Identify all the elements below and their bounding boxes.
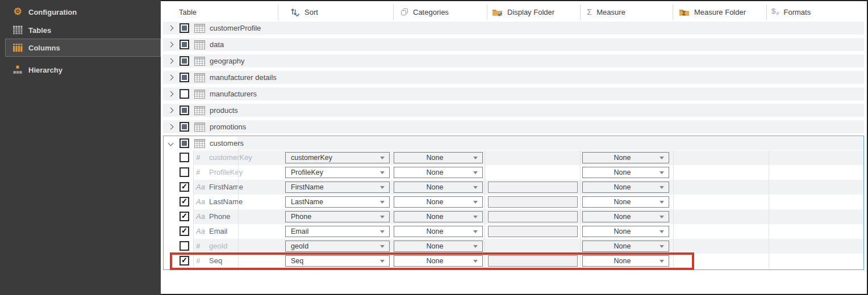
display-folder-input[interactable] [488, 196, 578, 208]
display-folder-input[interactable] [488, 226, 578, 237]
header-divider [673, 5, 673, 20]
display-folder-input[interactable] [488, 211, 578, 222]
categories-dropdown[interactable]: None [394, 226, 483, 237]
measure-dropdown-value: None [591, 197, 654, 207]
table-row-customerprofile[interactable]: customerProfile [163, 22, 864, 35]
categories-dropdown[interactable]: None [394, 211, 483, 222]
column-checkbox[interactable] [180, 182, 189, 192]
sort-dropdown[interactable]: Seq [285, 255, 390, 267]
table-row-data[interactable]: data [163, 38, 864, 51]
table-row-manufacturer-details[interactable]: manufacturer details [163, 71, 864, 84]
column-header-measure-folder: ΣMeasure Folder [679, 5, 746, 19]
table-checkbox[interactable] [180, 23, 189, 33]
formats-icon: $# [771, 7, 779, 18]
table-row-manufacturers[interactable]: manufacturers [163, 87, 864, 100]
dropdown-arrow-icon [380, 186, 385, 189]
expand-chevron-icon[interactable] [168, 108, 174, 113]
dropdown-arrow-icon [380, 216, 385, 218]
measure-dropdown[interactable]: None [582, 241, 669, 252]
sidebar: ⚙ConfigurationTablesColumnsHierarchy [0, 0, 161, 295]
expand-chevron-icon[interactable] [168, 26, 174, 31]
sort-dropdown-value: FirstName [291, 182, 375, 192]
display-folder-input[interactable] [488, 182, 578, 193]
display-folder-input[interactable] [488, 255, 578, 267]
expand-chevron-icon[interactable] [168, 75, 174, 81]
sort-dropdown[interactable]: LastName [285, 196, 390, 208]
dropdown-arrow-icon [660, 157, 664, 159]
sort-dropdown[interactable]: ProfileKey [285, 167, 390, 178]
sort-dropdown[interactable]: FirstName [285, 182, 390, 193]
sidebar-item-columns[interactable]: Columns [5, 39, 161, 57]
table-checkbox[interactable] [180, 106, 189, 115]
categories-dropdown[interactable]: None [394, 241, 483, 252]
categories-dropdown[interactable]: None [394, 167, 483, 178]
sort-dropdown[interactable]: Phone [285, 211, 390, 222]
measure-dropdown[interactable]: None [582, 226, 669, 237]
column-row-lastname[interactable]: AaLastNameLastNameNoneNone [163, 195, 864, 209]
dropdown-arrow-icon [473, 245, 478, 248]
gear-icon: ⚙ [11, 7, 24, 17]
table-checkbox[interactable] [180, 40, 189, 49]
header-divider [487, 5, 487, 20]
measure-dropdown[interactable]: None [582, 152, 669, 163]
categories-dropdown-value: None [402, 197, 468, 207]
table-row-products[interactable]: products [163, 104, 864, 117]
display-folder-icon [492, 8, 503, 16]
table-row-customers[interactable]: customers [163, 137, 864, 150]
sort-dropdown[interactable]: geoId [285, 241, 390, 252]
column-checkbox[interactable] [180, 241, 189, 251]
dropdown-arrow-icon [473, 201, 478, 204]
measure-dropdown[interactable]: None [582, 211, 669, 222]
table-checkbox[interactable] [180, 89, 189, 99]
expand-chevron-icon[interactable] [168, 58, 174, 64]
measure-dropdown[interactable]: None [582, 255, 669, 267]
table-checkbox[interactable] [180, 56, 189, 66]
column-checkbox[interactable] [180, 167, 189, 177]
column-name: geoId [209, 239, 228, 254]
table-name: products [210, 106, 238, 115]
header-divider [393, 5, 394, 20]
sidebar-item-label: Tables [28, 26, 51, 35]
expand-chevron-icon[interactable] [168, 91, 174, 97]
column-row-seq[interactable]: #SeqSeqNoneNone [163, 254, 864, 268]
column-row-phone[interactable]: AaPhonePhoneNoneNone [163, 209, 864, 224]
table-icon [194, 24, 205, 33]
table-row-geography[interactable]: geography [163, 54, 864, 68]
measure-dropdown-value: None [591, 212, 654, 222]
column-checkbox[interactable] [180, 197, 189, 206]
table-checkbox[interactable] [180, 138, 189, 148]
measure-dropdown[interactable]: None [582, 196, 669, 208]
table-row-promotions[interactable]: promotions [163, 120, 864, 133]
column-header-formats: $#Formats [771, 5, 811, 19]
sidebar-item-configuration[interactable]: ⚙Configuration [0, 5, 161, 19]
sidebar-item-tables[interactable]: Tables [0, 23, 161, 37]
categories-dropdown-value: None [402, 256, 468, 266]
categories-dropdown[interactable]: None [394, 196, 483, 208]
column-checkbox[interactable] [180, 212, 189, 221]
categories-dropdown[interactable]: None [394, 182, 483, 193]
expand-chevron-icon[interactable] [168, 42, 174, 48]
column-row-profilekey[interactable]: #ProfileKeyProfileKeyNoneNone [163, 165, 864, 180]
numeric-type-icon: # [196, 254, 208, 268]
table-checkbox[interactable] [180, 122, 189, 132]
column-checkbox[interactable] [180, 226, 189, 236]
column-checkbox[interactable] [180, 153, 189, 162]
table-checkbox[interactable] [180, 73, 189, 82]
sort-dropdown-value: ProfileKey [291, 167, 375, 178]
grid-line [238, 150, 239, 269]
column-header-label: Sort [304, 8, 318, 16]
expand-chevron-icon[interactable] [168, 124, 174, 130]
column-row-geoid[interactable]: #geoIdgeoIdNoneNone [163, 239, 864, 254]
categories-dropdown[interactable]: None [394, 152, 483, 163]
categories-dropdown[interactable]: None [394, 255, 483, 267]
column-row-firstname[interactable]: AaFirstNameFirstNameNoneNone [163, 180, 864, 195]
sort-dropdown[interactable]: Email [285, 226, 390, 237]
table-name: customerProfile [210, 24, 261, 32]
measure-dropdown[interactable]: None [582, 182, 669, 193]
column-checkbox[interactable] [180, 256, 189, 266]
sidebar-item-hierarchy[interactable]: Hierarchy [0, 62, 161, 77]
sort-dropdown[interactable]: customerKey [285, 152, 390, 163]
measure-dropdown[interactable]: None [582, 167, 669, 178]
column-row-email[interactable]: AaEmailEmailNoneNone [163, 224, 864, 239]
column-row-customerkey[interactable]: #customerKeycustomerKeyNoneNone [163, 150, 864, 165]
